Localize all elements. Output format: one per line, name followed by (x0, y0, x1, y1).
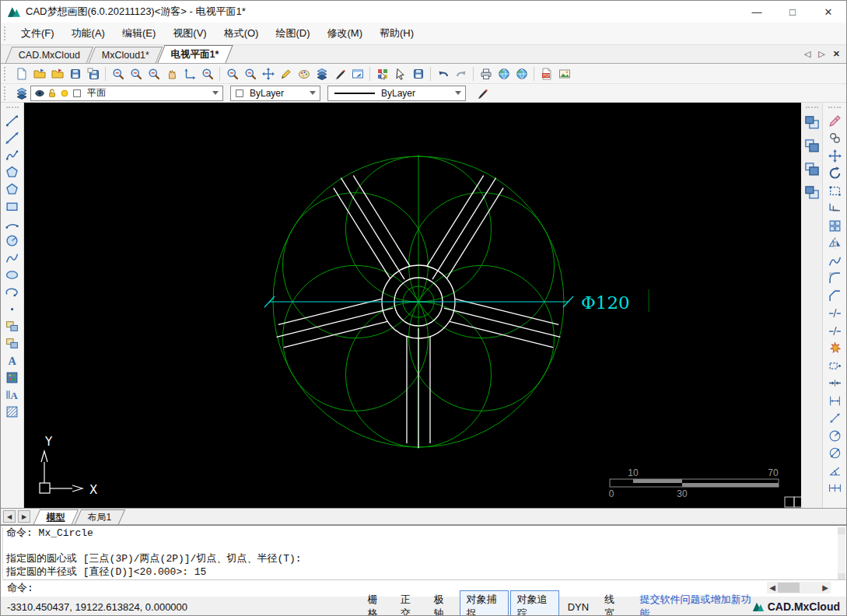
toggle-otrack[interactable]: 对象追踪 (510, 590, 559, 616)
export-view-icon[interactable] (348, 65, 366, 82)
command-input[interactable]: 命令: (7, 581, 33, 595)
minimize-button[interactable]: — (739, 1, 775, 23)
feedback-link[interactable]: 提交软件问题或增加新功能 (640, 593, 752, 616)
named-view-icon[interactable] (241, 65, 259, 82)
redo-icon[interactable] (452, 65, 470, 82)
image-table-icon[interactable] (3, 369, 22, 386)
dim-angular-icon[interactable] (825, 462, 844, 479)
print-icon[interactable] (477, 65, 495, 82)
block-create-icon[interactable] (3, 334, 22, 352)
layout-tab-model[interactable]: 模型 (33, 509, 79, 524)
open-cloud-icon[interactable] (48, 65, 66, 82)
toggle-osnap[interactable]: 对象捕捉 (460, 590, 509, 616)
maximize-button[interactable]: □ (775, 1, 810, 23)
menu-view[interactable]: 视图(V) (164, 23, 215, 44)
ellipse-arc-icon[interactable] (3, 283, 22, 300)
palette-icon[interactable] (295, 65, 313, 82)
dim-linear-icon[interactable] (825, 392, 844, 409)
layout-scroll-right-icon[interactable]: ▶ (18, 510, 30, 523)
command-horizontal-scrollbar[interactable]: ◀ ▶ (767, 582, 831, 593)
chamfer-icon[interactable] (825, 287, 844, 304)
layout-scroll-left-icon[interactable]: ◀ (3, 510, 16, 523)
polygon2-icon[interactable] (3, 180, 22, 198)
toggle-lineweight[interactable]: 线宽 (597, 590, 628, 616)
polygon-icon[interactable] (3, 163, 22, 180)
layers-manager-icon[interactable] (313, 65, 331, 82)
chevron-down-icon[interactable] (212, 91, 219, 95)
save-icon[interactable] (66, 65, 84, 82)
tab-mxcloud1[interactable]: MxCloud1* (89, 47, 163, 63)
undo-icon[interactable] (434, 65, 452, 82)
draworder-front-icon[interactable] (803, 112, 821, 134)
menu-modify[interactable]: 修改(M) (318, 23, 371, 44)
ucs-axes-icon[interactable] (180, 65, 198, 82)
layer-visibility-icon[interactable] (34, 88, 45, 99)
ellipse-icon[interactable] (3, 266, 22, 283)
chevron-down-icon[interactable] (310, 91, 316, 95)
point-icon[interactable] (3, 300, 22, 317)
layer-on-icon[interactable] (59, 88, 70, 99)
toggle-ortho[interactable]: 正交 (394, 590, 425, 616)
block-insert-icon[interactable] (3, 317, 22, 334)
viewport-corner-grips[interactable] (785, 497, 801, 507)
circle-icon[interactable] (3, 232, 22, 249)
layer-lock-icon[interactable] (47, 88, 58, 99)
erase-icon[interactable] (825, 112, 844, 129)
dim-aligned-icon[interactable] (825, 410, 844, 427)
dim-diameter-icon[interactable] (825, 445, 844, 462)
save-style-icon[interactable] (409, 65, 427, 82)
dim-radius-icon[interactable] (825, 427, 844, 444)
draw-line-icon[interactable] (3, 112, 22, 129)
linetype-select[interactable]: ByLayer (327, 86, 466, 101)
text-icon[interactable] (3, 352, 22, 369)
toggle-dyn[interactable]: DYN (561, 599, 596, 615)
toggle-grid[interactable]: 栅格 (361, 590, 392, 616)
menu-function[interactable]: 功能(A) (63, 23, 114, 44)
tab-scroll-left-icon[interactable]: ◁ (804, 49, 810, 59)
lineweight-brush-icon[interactable] (331, 65, 348, 82)
break-at-point-icon[interactable] (825, 322, 844, 339)
hatch-icon[interactable] (3, 403, 22, 420)
dim-continue-icon[interactable] (825, 480, 844, 497)
draworder-back-icon[interactable] (803, 135, 821, 157)
save-as-icon[interactable] (84, 65, 102, 82)
drawing-canvas[interactable]: Φ120 Y X 10 70 0 (24, 103, 801, 508)
edit-pencil-icon[interactable] (277, 65, 295, 82)
spline-icon[interactable] (3, 249, 22, 266)
export-pdf-icon[interactable] (537, 65, 555, 82)
rectangle-icon[interactable] (3, 198, 22, 215)
move-icon[interactable] (825, 147, 844, 164)
stretch-icon[interactable] (825, 357, 844, 374)
menu-edit[interactable]: 编辑(E) (114, 23, 164, 44)
edit-spline-icon[interactable] (825, 252, 844, 269)
zoom-window-icon[interactable] (198, 65, 216, 82)
scrollbar-thumb[interactable] (778, 583, 800, 593)
menu-format[interactable]: 格式(O) (215, 23, 268, 44)
layer-select[interactable]: 平面 (30, 86, 223, 101)
zoom-extents-icon[interactable] (145, 65, 163, 82)
offset-icon[interactable] (825, 200, 844, 217)
attribute-text-icon[interactable] (3, 386, 22, 403)
mirror-icon[interactable] (825, 235, 844, 252)
scroll-left-icon[interactable]: ◀ (767, 583, 778, 592)
open-file-icon[interactable] (30, 65, 48, 82)
web-cloud-icon[interactable] (513, 65, 530, 82)
tab-close-icon[interactable]: ✕ (833, 49, 840, 59)
crosshair-icon[interactable] (259, 65, 277, 82)
command-vertical-scrollbar[interactable] (838, 527, 845, 580)
menu-file[interactable]: 文件(F) (12, 23, 63, 44)
zoom-previous-icon[interactable] (109, 65, 127, 82)
scroll-right-icon[interactable]: ▶ (820, 583, 831, 592)
join-icon[interactable] (825, 375, 844, 392)
menu-help[interactable]: 帮助(H) (371, 23, 422, 44)
explode-icon[interactable] (825, 340, 844, 357)
draworder-below-icon[interactable] (803, 182, 821, 204)
export-image-icon[interactable] (555, 65, 573, 82)
toggle-polar[interactable]: 极轴 (426, 590, 457, 616)
array-icon[interactable] (825, 217, 844, 234)
construction-line-icon[interactable] (3, 129, 22, 146)
scale-icon[interactable] (825, 182, 844, 199)
break-icon[interactable] (825, 305, 844, 322)
menu-draw[interactable]: 绘图(D) (267, 23, 318, 44)
web-home-icon[interactable] (495, 65, 513, 82)
